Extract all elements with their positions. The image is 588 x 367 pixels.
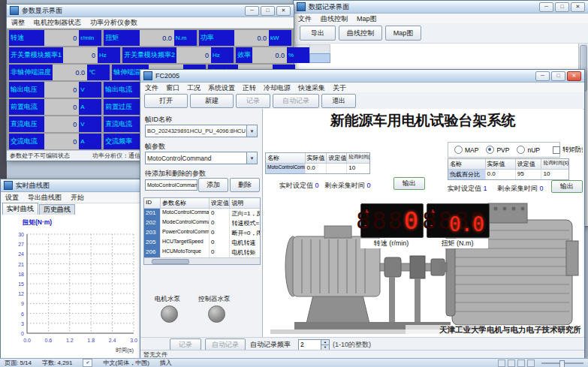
maximize-icon[interactable]: □ [555, 2, 569, 12]
col-header-name[interactable]: 参数名称 [161, 198, 210, 209]
chevron-down-icon[interactable]: ▼ [246, 152, 257, 164]
maximize-icon[interactable]: □ [551, 71, 565, 81]
menu-cooling-power[interactable]: 冷却电源 [264, 83, 291, 93]
parameter-titlebar[interactable]: 参数显示界面 ─ □ ✕ [7, 5, 294, 17]
spellcheck-icon[interactable]: ✔ [83, 359, 92, 367]
zoom-slider[interactable] [541, 362, 583, 364]
realtime-set-left: 实时设定值 0 [279, 181, 319, 191]
menu-adjust[interactable]: 调整 [11, 18, 25, 28]
menu-map[interactable]: Map图 [357, 14, 377, 24]
minimize-icon[interactable]: ─ [245, 6, 259, 16]
cell-set[interactable]: 95 [516, 170, 542, 179]
col-header-desc[interactable]: 说明 [230, 198, 260, 209]
language-indicator[interactable]: 中文(简体，中国) [103, 359, 149, 367]
col-header-set[interactable]: 设定值 [210, 198, 231, 209]
exit-button[interactable]: 退出 [321, 94, 356, 108]
view-mode-icon[interactable] [527, 359, 535, 367]
minimize-icon[interactable]: ─ [535, 71, 550, 81]
minimize-icon[interactable]: ─ [539, 2, 553, 12]
add-button[interactable]: 添加 [198, 178, 228, 192]
horizontal-scrollbar[interactable] [144, 257, 260, 264]
insert-mode[interactable]: 插入 [160, 359, 172, 367]
close-icon[interactable]: ✕ [567, 71, 581, 81]
menu-file[interactable]: 文件 [298, 14, 312, 24]
curve-window[interactable]: 实时曲线图 设置 导出曲线图 开始 实时曲线 历史曲线 扭矩(N·m) [0, 179, 146, 362]
col-header-poll[interactable]: 轮询时间(s) [347, 153, 369, 164]
tab-history-curve[interactable]: 历史曲线 [39, 204, 75, 215]
zoom-slider-knob[interactable] [559, 360, 565, 367]
auto-record-button[interactable]: 自动记录 [273, 94, 319, 108]
motor-pump-knob[interactable] [161, 305, 178, 323]
radio-label: PVP [496, 146, 509, 154]
col-header-name[interactable]: 名称 [448, 159, 486, 170]
menu-export-curve[interactable]: 导出曲线图 [28, 193, 62, 203]
table-row[interactable]: 202 ModeControlCommand 0 转速模式=1， [144, 218, 260, 228]
col-header-name[interactable]: 名称 [266, 153, 306, 164]
menu-system-settings[interactable]: 系统设置 [208, 83, 235, 93]
radio-nup[interactable]: nUP [517, 146, 540, 154]
col-header-actual[interactable]: 实际值 [306, 153, 327, 164]
frame-id-combobox[interactable]: BO_2024329891HCU_PU_4096:8HCU ▼ [145, 125, 258, 137]
view-mode-icon[interactable] [508, 359, 515, 367]
export-button[interactable]: 导出 [300, 26, 336, 41]
fc2005-window[interactable]: FC2005 ─ □ ✕ 文件 窗口 工况 系统设置 正转 冷却电源 快速采集 … [140, 69, 585, 359]
map-button[interactable]: Map图 [385, 26, 421, 41]
menu-power-analyzer[interactable]: 功率分析仪参数 [90, 18, 137, 28]
menu-condition[interactable]: 工况 [187, 83, 201, 93]
menu-fast-acquire[interactable]: 快速采集 [298, 83, 325, 93]
chevron-down-icon[interactable]: ▼ [246, 125, 257, 137]
menu-window[interactable]: 窗口 [166, 83, 179, 93]
table-row[interactable]: 负载百分比 0.0 95 10 [448, 170, 568, 179]
curve-titlebar[interactable]: 实时曲线图 [1, 179, 145, 192]
data-record-titlebar[interactable]: 数据记录界面 ─ □ ✕ [294, 1, 588, 14]
menu-controller-state[interactable]: 电机控制器状态 [34, 18, 81, 28]
table-row[interactable]: 201 MotoControlCommand 0 正向=1，反向 [144, 209, 260, 218]
word-count[interactable]: 字数: 4,291 [42, 359, 72, 367]
view-mode-icon[interactable] [498, 359, 505, 367]
frame-param-combobox[interactable]: MotoControlCommand ▼ [145, 152, 258, 164]
table-row[interactable]: 203 PowerControlCommand 0 断开=0，闭合 [144, 228, 260, 238]
menu-curve-control[interactable]: 曲线控制 [321, 14, 348, 24]
record-button-bottom[interactable]: 记录 [170, 338, 201, 350]
open-button[interactable]: 打开 [144, 94, 188, 108]
scrollbar-thumb[interactable] [152, 259, 189, 264]
col-header-set[interactable]: 设定值 [327, 153, 347, 164]
pending-param-input[interactable]: MotoControlCommand [145, 179, 198, 191]
fc2005-titlebar[interactable]: FC2005 ─ □ ✕ [140, 70, 584, 83]
col-header-poll[interactable]: 轮询时间(s) [541, 159, 568, 170]
output-button-right[interactable]: 输出 [551, 180, 583, 193]
radio-icon [486, 146, 494, 154]
torque-checkbox[interactable]: 转矩防抖 [553, 146, 583, 155]
tab-realtime-curve[interactable]: 实时曲线 [2, 203, 38, 215]
table-row[interactable]: 205 HCUTargetSpeed 0 电机转速 [144, 238, 260, 248]
menu-about[interactable]: 关于 [333, 83, 346, 93]
menu-file[interactable]: 文件 [145, 83, 158, 93]
curve-control-button[interactable]: 曲线控制 [339, 26, 382, 41]
auto-record-button-bottom[interactable]: 自动记录 [205, 338, 246, 350]
col-header-id[interactable]: ID [144, 198, 161, 209]
grid-selected-cell[interactable] [309, 53, 330, 63]
output-button-left[interactable]: 输出 [394, 177, 425, 190]
maximize-icon[interactable]: □ [261, 6, 275, 16]
table-row[interactable]: MotoControlCommand 0.0 10 [266, 164, 369, 173]
record-button[interactable]: 记录 [236, 94, 270, 108]
page-indicator[interactable]: 页面: 5/14 [5, 359, 32, 367]
menu-forward[interactable]: 正转 [243, 83, 256, 93]
cell-set[interactable] [327, 164, 347, 173]
radio-pvp[interactable]: PVP [486, 146, 509, 154]
new-button[interactable]: 新建 [190, 94, 234, 108]
menu-settings[interactable]: 设置 [5, 193, 19, 203]
view-mode-icon[interactable] [517, 359, 525, 367]
col-header-set[interactable]: 设定值 [516, 159, 542, 170]
close-icon[interactable]: ✕ [571, 2, 585, 12]
col-header-actual[interactable]: 实际值 [486, 159, 516, 170]
close-icon[interactable]: ✕ [276, 6, 291, 16]
freq-spinner[interactable]: 2 ▲ ▼ [298, 339, 330, 350]
table-row[interactable]: 206 HCUMotoTorque 0 电机转矩 [144, 248, 260, 257]
controller-pump-knob[interactable] [208, 305, 225, 323]
menu-start[interactable]: 开始 [71, 193, 84, 203]
radio-map[interactable]: MAP [454, 146, 478, 154]
spin-down-icon[interactable]: ▼ [321, 344, 329, 350]
delete-button[interactable]: 删除 [230, 178, 260, 192]
cell-id: 205 [144, 238, 161, 248]
